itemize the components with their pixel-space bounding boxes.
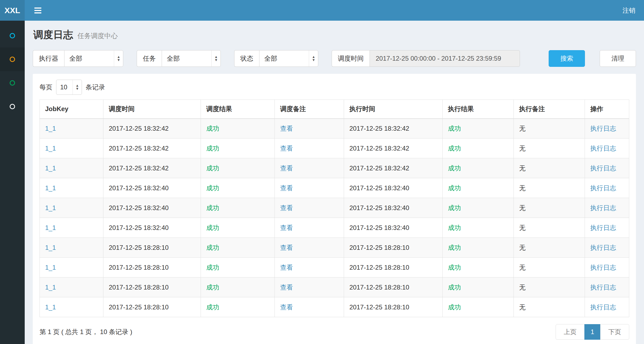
- circle-outline-icon: [10, 104, 15, 109]
- job-key-cell: 1_1: [40, 119, 103, 138]
- handle-result-text: 成功: [448, 244, 461, 251]
- trigger-time-cell: 2017-12-25 18:32:42: [103, 138, 201, 158]
- execution-log-link[interactable]: 执行日志: [590, 244, 616, 251]
- search-button[interactable]: 搜索: [549, 50, 585, 67]
- trigger-msg-link[interactable]: 查看: [280, 264, 293, 271]
- handle-msg-cell: 无: [514, 258, 585, 277]
- execution-log-link[interactable]: 执行日志: [590, 145, 616, 152]
- handle-result-text: 成功: [448, 184, 461, 192]
- log-table-row: 1_12017-12-25 18:28:10成功查看2017-12-25 18:…: [40, 258, 629, 277]
- filter-bar: 执行器 全部 ▲▼ 任务 全部 ▲▼ 状态 全部 ▲▼: [33, 50, 636, 67]
- trigger-msg-link[interactable]: 查看: [280, 224, 293, 231]
- job-key-cell: 1_1: [40, 258, 103, 277]
- job-key-link[interactable]: 1_1: [45, 164, 56, 172]
- execution-log-link[interactable]: 执行日志: [590, 125, 616, 132]
- handle-msg-cell: 无: [514, 238, 585, 258]
- job-select[interactable]: 全部 ▲▼: [162, 50, 221, 67]
- sidebar-item[interactable]: [0, 24, 25, 47]
- trigger-msg-link[interactable]: 查看: [280, 284, 293, 291]
- trigger-msg-link[interactable]: 查看: [280, 244, 293, 251]
- trigger-result-cell: 成功: [201, 119, 275, 138]
- job-key-link[interactable]: 1_1: [45, 284, 56, 291]
- handle-time-cell: 2017-12-25 18:32:40: [344, 218, 443, 238]
- trigger-msg-link[interactable]: 查看: [280, 164, 293, 172]
- handle-time-text: 2017-12-25 18:28:10: [349, 244, 409, 251]
- trigger-result-cell: 成功: [201, 218, 275, 238]
- execution-log-link[interactable]: 执行日志: [590, 284, 616, 291]
- job-key-link[interactable]: 1_1: [45, 125, 56, 132]
- clear-button[interactable]: 清理: [600, 50, 636, 67]
- handle-time-cell: 2017-12-25 18:28:10: [344, 277, 443, 297]
- log-table-row: 1_12017-12-25 18:28:10成功查看2017-12-25 18:…: [40, 238, 629, 258]
- handle-result-cell: 成功: [443, 178, 514, 198]
- job-key-link[interactable]: 1_1: [45, 204, 56, 211]
- navbar-content: 注销: [25, 0, 644, 21]
- trigger-msg-cell: 查看: [275, 138, 344, 158]
- status-select[interactable]: 全部 ▲▼: [259, 50, 318, 67]
- job-key-link[interactable]: 1_1: [45, 184, 56, 192]
- page-subtitle: 任务调度中心: [77, 32, 118, 39]
- log-table-row: 1_12017-12-25 18:28:10成功查看2017-12-25 18:…: [40, 297, 629, 317]
- select-stepper-arrows-icon: ▲▼: [73, 80, 82, 94]
- job-key-link[interactable]: 1_1: [45, 145, 56, 152]
- select-stepper-arrows-icon: ▲▼: [114, 50, 123, 67]
- column-header-handle-msg: 执行备注: [514, 100, 585, 119]
- execution-log-link[interactable]: 执行日志: [590, 224, 616, 231]
- handle-result-text: 成功: [448, 303, 461, 311]
- trigger-msg-link[interactable]: 查看: [280, 204, 293, 211]
- trigger-time-range-input[interactable]: 2017-12-25 00:00:00 - 2017-12-25 23:59:5…: [370, 50, 520, 67]
- select-stepper-arrows-icon: ▲▼: [309, 50, 318, 67]
- handle-result-cell: 成功: [443, 158, 514, 178]
- handle-result-cell: 成功: [443, 277, 514, 297]
- column-header-trigger-time: 调度时间: [103, 100, 201, 119]
- trigger-msg-cell: 查看: [275, 277, 344, 297]
- trigger-time-cell: 2017-12-25 18:32:42: [103, 119, 201, 138]
- page-size-select[interactable]: 10 ▲▼: [56, 80, 82, 95]
- sidebar-item[interactable]: [0, 71, 25, 95]
- job-select-value: 全部: [167, 54, 211, 63]
- execution-log-link[interactable]: 执行日志: [590, 303, 616, 311]
- job-filter-group: 任务 全部 ▲▼: [137, 50, 221, 67]
- execution-log-link[interactable]: 执行日志: [590, 204, 616, 211]
- trigger-time-cell: 2017-12-25 18:32:40: [103, 178, 201, 198]
- logout-link[interactable]: 注销: [623, 6, 635, 15]
- trigger-time-cell: 2017-12-25 18:28:10: [103, 238, 201, 258]
- handle-time-cell: 2017-12-25 18:32:42: [344, 158, 443, 178]
- execution-log-link[interactable]: 执行日志: [590, 184, 616, 192]
- executor-select[interactable]: 全部 ▲▼: [64, 50, 123, 67]
- trigger-msg-link[interactable]: 查看: [280, 303, 293, 311]
- sidebar-item[interactable]: [0, 95, 25, 118]
- next-page-button[interactable]: 下页: [600, 324, 629, 340]
- handle-result-text: 成功: [448, 164, 461, 172]
- execution-log-link[interactable]: 执行日志: [590, 264, 616, 271]
- sidebar-toggle-button[interactable]: [33, 6, 42, 15]
- handle-msg-text: 无: [519, 164, 526, 172]
- job-key-link[interactable]: 1_1: [45, 264, 56, 271]
- trigger-time-filter-label: 调度时间: [332, 50, 370, 67]
- trigger-time-text: 2017-12-25 18:32:40: [109, 204, 169, 211]
- trigger-msg-link[interactable]: 查看: [280, 125, 293, 132]
- page-1-button[interactable]: 1: [584, 324, 600, 340]
- job-key-link[interactable]: 1_1: [45, 224, 56, 231]
- handle-time-cell: 2017-12-25 18:32:40: [344, 178, 443, 198]
- main-content: 调度日志 任务调度中心 执行器 全部 ▲▼ 任务 全部 ▲▼ 状态: [25, 21, 644, 344]
- trigger-msg-cell: 查看: [275, 178, 344, 198]
- handle-msg-cell: 无: [514, 218, 585, 238]
- job-key-link[interactable]: 1_1: [45, 244, 56, 251]
- trigger-time-cell: 2017-12-25 18:32:42: [103, 158, 201, 178]
- circle-outline-icon: [10, 57, 15, 62]
- trigger-result-cell: 成功: [201, 198, 275, 218]
- execution-log-link[interactable]: 执行日志: [590, 164, 616, 172]
- job-key-link[interactable]: 1_1: [45, 303, 56, 311]
- trigger-msg-link[interactable]: 查看: [280, 184, 293, 192]
- handle-result-cell: 成功: [443, 218, 514, 238]
- handle-time-text: 2017-12-25 18:32:40: [349, 224, 409, 231]
- sidebar-item[interactable]: [0, 47, 25, 71]
- handle-msg-text: 无: [519, 303, 526, 311]
- app-logo[interactable]: XXL: [0, 0, 25, 21]
- handle-msg-text: 无: [519, 224, 526, 231]
- executor-filter-label: 执行器: [33, 50, 64, 67]
- column-header-job-key: JobKey: [40, 100, 103, 119]
- prev-page-button[interactable]: 上页: [556, 324, 585, 340]
- trigger-msg-link[interactable]: 查看: [280, 145, 293, 152]
